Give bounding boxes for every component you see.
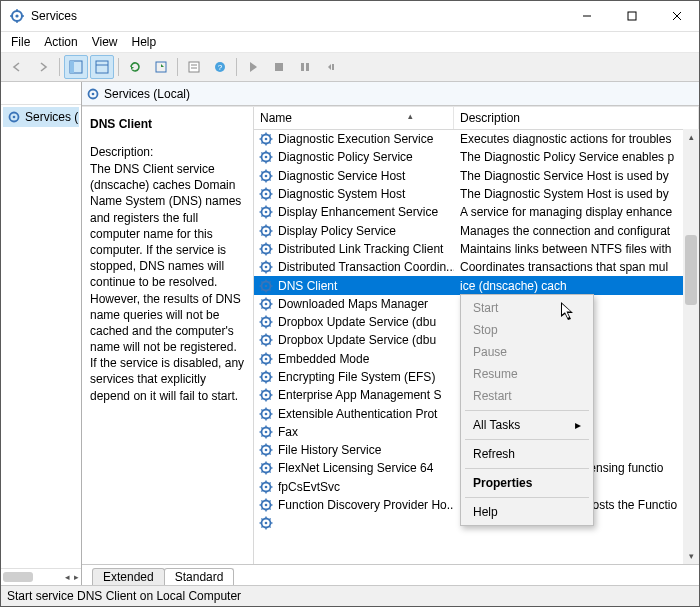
nav-back-button[interactable] bbox=[5, 55, 29, 79]
svg-line-246 bbox=[269, 519, 270, 520]
tab-extended[interactable]: Extended bbox=[92, 568, 165, 585]
svg-point-239 bbox=[265, 522, 268, 525]
context-pause[interactable]: Pause bbox=[463, 341, 591, 363]
svg-line-237 bbox=[261, 508, 262, 509]
service-row[interactable]: DNS Clientice (dnscache) cach bbox=[254, 276, 699, 294]
svg-line-135 bbox=[269, 325, 270, 326]
pause-service-button[interactable] bbox=[293, 55, 317, 79]
scrollbar-thumb[interactable] bbox=[3, 572, 33, 582]
service-name: DNS Client bbox=[278, 279, 337, 293]
service-row[interactable]: Diagnostic System HostThe Diagnostic Sys… bbox=[254, 185, 699, 203]
window-title: Services bbox=[31, 9, 564, 23]
service-description: Manages the connection and configurat bbox=[454, 224, 699, 238]
context-start[interactable]: Start bbox=[463, 297, 591, 319]
stop-service-button[interactable] bbox=[267, 55, 291, 79]
service-gear-icon bbox=[258, 223, 278, 239]
svg-line-155 bbox=[269, 362, 270, 363]
scrollbar-track[interactable] bbox=[683, 145, 699, 548]
context-help[interactable]: Help bbox=[463, 501, 591, 523]
service-row[interactable]: Diagnostic Execution ServiceExecutes dia… bbox=[254, 130, 699, 148]
svg-line-235 bbox=[269, 508, 270, 509]
svg-line-114 bbox=[261, 281, 262, 282]
scroll-down-icon[interactable]: ▾ bbox=[683, 548, 699, 564]
properties-button[interactable] bbox=[182, 55, 206, 79]
service-row[interactable]: Distributed Transaction Coordin...Coordi… bbox=[254, 258, 699, 276]
vertical-scrollbar[interactable]: ▴ ▾ bbox=[683, 129, 699, 564]
column-header-name[interactable]: Name ▴ bbox=[254, 107, 454, 129]
service-gear-icon bbox=[258, 168, 278, 184]
service-gear-icon bbox=[258, 332, 278, 348]
minimize-button[interactable] bbox=[564, 1, 609, 31]
context-stop[interactable]: Stop bbox=[463, 319, 591, 341]
svg-line-174 bbox=[261, 391, 262, 392]
tree-header bbox=[1, 82, 81, 105]
service-description: ice (dnscache) cach bbox=[454, 279, 699, 293]
svg-point-29 bbox=[265, 138, 268, 141]
svg-line-36 bbox=[269, 135, 270, 136]
refresh-button[interactable] bbox=[123, 55, 147, 79]
tree-horizontal-scrollbar[interactable]: ◂▸ bbox=[1, 568, 81, 585]
help-button[interactable]: ? bbox=[208, 55, 232, 79]
menu-help[interactable]: Help bbox=[126, 32, 163, 52]
service-name: Diagnostic Execution Service bbox=[278, 132, 433, 146]
service-row[interactable]: Display Enhancement ServiceA service for… bbox=[254, 203, 699, 221]
context-restart[interactable]: Restart bbox=[463, 385, 591, 407]
close-button[interactable] bbox=[654, 1, 699, 31]
export-list-button[interactable] bbox=[149, 55, 173, 79]
menu-view[interactable]: View bbox=[86, 32, 124, 52]
maximize-button[interactable] bbox=[609, 1, 654, 31]
service-name: FlexNet Licensing Service 64 bbox=[278, 461, 433, 475]
toolbar-separator bbox=[118, 58, 119, 76]
svg-point-139 bbox=[265, 339, 268, 342]
svg-line-207 bbox=[261, 453, 262, 454]
svg-line-37 bbox=[261, 142, 262, 143]
services-header-icon bbox=[86, 87, 100, 101]
service-gear-icon bbox=[258, 497, 278, 513]
service-name: Fax bbox=[278, 425, 298, 439]
service-gear-icon bbox=[258, 479, 278, 495]
svg-line-127 bbox=[261, 307, 262, 308]
scroll-up-icon[interactable]: ▴ bbox=[683, 129, 699, 145]
context-all-tasks[interactable]: All Tasks ▸ bbox=[463, 414, 591, 436]
service-name: Diagnostic Service Host bbox=[278, 169, 405, 183]
details-pane-button[interactable] bbox=[90, 55, 114, 79]
tree-item-services-local[interactable]: Services (L bbox=[3, 107, 79, 127]
scrollbar-thumb[interactable] bbox=[685, 235, 697, 305]
svg-line-187 bbox=[261, 417, 262, 418]
service-gear-icon bbox=[258, 278, 278, 294]
service-gear-icon bbox=[258, 314, 278, 330]
main-header: Services (Local) bbox=[82, 82, 699, 106]
svg-point-49 bbox=[265, 174, 268, 177]
nav-forward-button[interactable] bbox=[31, 55, 55, 79]
menu-file[interactable]: File bbox=[5, 32, 36, 52]
column-header-description[interactable]: Description bbox=[454, 107, 699, 129]
tab-standard[interactable]: Standard bbox=[164, 568, 235, 585]
service-gear-icon bbox=[258, 149, 278, 165]
svg-line-67 bbox=[261, 197, 262, 198]
service-row[interactable]: Display Policy ServiceManages the connec… bbox=[254, 221, 699, 239]
svg-line-87 bbox=[261, 234, 262, 235]
svg-line-106 bbox=[269, 263, 270, 264]
svg-rect-20 bbox=[275, 63, 283, 71]
svg-line-157 bbox=[261, 362, 262, 363]
detail-description-label: Description: bbox=[90, 145, 245, 159]
menubar: File Action View Help bbox=[1, 32, 699, 52]
svg-line-144 bbox=[261, 336, 262, 337]
view-tabs: Extended Standard bbox=[82, 564, 699, 585]
context-resume[interactable]: Resume bbox=[463, 363, 591, 385]
service-description: Executes diagnostic actions for troubles bbox=[454, 132, 699, 146]
context-properties[interactable]: Properties bbox=[463, 472, 591, 494]
svg-line-95 bbox=[269, 252, 270, 253]
menu-action[interactable]: Action bbox=[38, 32, 83, 52]
svg-line-75 bbox=[269, 216, 270, 217]
start-service-button[interactable] bbox=[241, 55, 265, 79]
service-row[interactable]: Diagnostic Service HostThe Diagnostic Se… bbox=[254, 167, 699, 185]
detail-pane: DNS Client Description: The DNS Client s… bbox=[82, 107, 254, 564]
context-refresh[interactable]: Refresh bbox=[463, 443, 591, 465]
restart-service-button[interactable] bbox=[319, 55, 343, 79]
service-row[interactable]: Diagnostic Policy ServiceThe Diagnostic … bbox=[254, 148, 699, 166]
svg-line-64 bbox=[261, 189, 262, 190]
service-row[interactable]: Distributed Link Tracking ClientMaintain… bbox=[254, 240, 699, 258]
svg-line-176 bbox=[269, 391, 270, 392]
show-hide-tree-button[interactable] bbox=[64, 55, 88, 79]
